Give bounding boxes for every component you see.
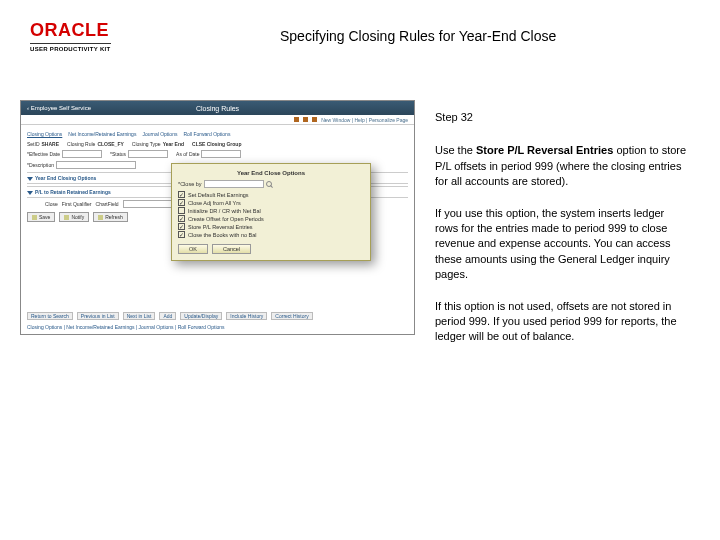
status-select[interactable] [128,150,168,158]
tab-journal-options[interactable]: Journal Options [142,131,177,137]
year-end-options-popup: Year End Close Options *Close by ✓Set De… [171,163,371,261]
app-title: Closing Rules [196,105,239,112]
popup-title: Year End Close Options [178,170,364,176]
opt4-label: Create Offset for Open Periods [188,216,264,222]
tab-closing-options[interactable]: Closing Options [27,131,62,137]
oracle-brand: ORACLE [30,20,109,41]
close-by-select[interactable] [204,180,264,188]
upk-tagline: USER PRODUCTIVITY KIT [30,43,111,52]
opt3-label: Initialize DR / CR with Net Bal [188,208,261,214]
popup-cancel-button[interactable]: Cancel [212,244,251,254]
header-row: SetID SHARE Closing Rule CLOSE_FY Closin… [27,141,408,147]
app-back-link[interactable]: ‹ Employee Self Service [27,105,91,111]
eff-row: *Effective Date *Status As of Date [27,150,408,158]
notify-icon [64,215,69,220]
popup-ok-button[interactable]: OK [178,244,208,254]
opt1-label: Set Default Ret Earnings [188,192,249,198]
opt2-label: Close Adj from All Yrs [188,200,241,206]
opt5-checkbox[interactable]: ✓ [178,223,185,230]
correct-history-button[interactable]: Correct History [271,312,312,320]
opt6-label: Close the Books with no Bal [188,232,256,238]
instruction-panel: Step 32 Use the Store P/L Reversal Entri… [435,110,690,361]
save-button[interactable]: Save [27,212,55,222]
step-label: Step 32 [435,110,690,125]
refresh-icon [98,215,103,220]
eff-date-input[interactable] [62,150,102,158]
update-display-button[interactable]: Update/Display [180,312,222,320]
instruction-p3: If this option is not used, offsets are … [435,299,690,345]
refresh-button[interactable]: Refresh [93,212,128,222]
footer-action-bar: Return to Search Previous in List Next i… [27,312,408,320]
option-name-bold: Store P/L Reversal Entries [476,144,613,156]
opt4-checkbox[interactable]: ✓ [178,215,185,222]
opt1-checkbox[interactable]: ✓ [178,191,185,198]
footer-tab-links[interactable]: Closing Options | Net Income/Retained Ea… [27,324,225,330]
description-input[interactable] [56,161,136,169]
embedded-screenshot: ‹ Employee Self Service Closing Rules Ne… [20,100,415,335]
instruction-p2: If you use this option, the system inser… [435,206,690,283]
next-list-button[interactable]: Next in List [123,312,156,320]
prev-list-button[interactable]: Previous in List [77,312,119,320]
opt6-checkbox[interactable]: ✓ [178,231,185,238]
page-title: Specifying Closing Rules for Year-End Cl… [280,28,556,44]
save-icon [32,215,37,220]
notify-button[interactable]: Notify [59,212,89,222]
opt3-checkbox[interactable] [178,207,185,214]
app-utility-bar: New Window | Help | Personalize Page [21,115,414,125]
utility-links[interactable]: New Window | Help | Personalize Page [321,117,408,123]
nav-icon[interactable] [312,117,317,122]
include-history-button[interactable]: Include History [226,312,267,320]
asof-input[interactable] [201,150,241,158]
tab-roll-forward[interactable]: Roll Forward Options [183,131,230,137]
close-by-field: *Close by [178,180,364,188]
tab-net-income[interactable]: Net Income/Retained Earnings [68,131,136,137]
flag-icon[interactable] [303,117,308,122]
opt5-label: Store P/L Reversal Entries [188,224,253,230]
app-title-bar: ‹ Employee Self Service Closing Rules [21,101,414,115]
close-by-lookup-icon[interactable] [266,181,272,187]
oracle-logo: ORACLE USER PRODUCTIVITY KIT [30,20,111,52]
add-button[interactable]: Add [159,312,176,320]
instruction-p1: Use the Store P/L Reversal Entries optio… [435,143,690,189]
return-search-button[interactable]: Return to Search [27,312,73,320]
home-icon[interactable] [294,117,299,122]
page-tabs: Closing Options Net Income/Retained Earn… [27,131,408,137]
opt2-checkbox[interactable]: ✓ [178,199,185,206]
